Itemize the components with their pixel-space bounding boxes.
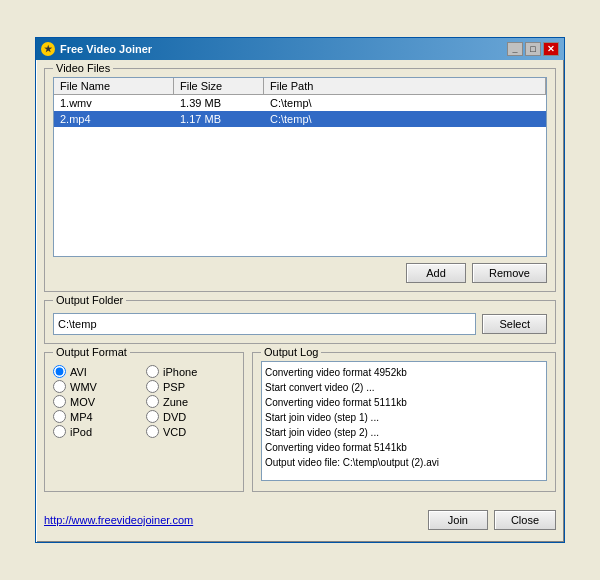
radio-mp4[interactable]: [53, 410, 66, 423]
radio-wmv[interactable]: [53, 380, 66, 393]
col-header-size: File Size: [174, 78, 264, 94]
radio-ipod[interactable]: [53, 425, 66, 438]
format-dvd[interactable]: DVD: [146, 410, 235, 423]
radio-psp[interactable]: [146, 380, 159, 393]
file-name-cell: 1.wmv: [54, 95, 174, 111]
title-buttons: _ □ ✕: [507, 42, 559, 56]
format-mp4[interactable]: MP4: [53, 410, 142, 423]
bottom-section: Output Format AVI iPhone WMV: [44, 352, 556, 500]
file-path-cell: C:\temp\: [264, 111, 546, 127]
close-button[interactable]: Close: [494, 510, 556, 530]
close-titlebar-button[interactable]: ✕: [543, 42, 559, 56]
radio-mov[interactable]: [53, 395, 66, 408]
table-row[interactable]: 2.mp4 1.17 MB C:\temp\: [54, 111, 546, 127]
format-ipod[interactable]: iPod: [53, 425, 142, 438]
format-avi[interactable]: AVI: [53, 365, 142, 378]
video-files-group: Video Files File Name File Size File Pat…: [44, 68, 556, 292]
title-bar-left: ★ Free Video Joiner: [41, 42, 152, 56]
add-button[interactable]: Add: [406, 263, 466, 283]
window-title: Free Video Joiner: [60, 43, 152, 55]
format-psp[interactable]: PSP: [146, 380, 235, 393]
col-header-name: File Name: [54, 78, 174, 94]
website-link[interactable]: http://www.freevideojoiner.com: [44, 514, 193, 526]
file-list-container: File Name File Size File Path 1.wmv 1.39…: [53, 77, 547, 257]
radio-zune[interactable]: [146, 395, 159, 408]
select-button[interactable]: Select: [482, 314, 547, 334]
radio-dvd[interactable]: [146, 410, 159, 423]
file-list-header: File Name File Size File Path: [54, 78, 546, 95]
app-icon: ★: [41, 42, 55, 56]
folder-path-input[interactable]: [53, 313, 476, 335]
file-buttons-row: Add Remove: [53, 263, 547, 283]
output-folder-label: Output Folder: [53, 294, 126, 306]
output-log-label: Output Log: [261, 346, 321, 358]
window-body: Video Files File Name File Size File Pat…: [36, 60, 564, 542]
main-window: ★ Free Video Joiner _ □ ✕ Video Files Fi…: [35, 37, 565, 543]
output-format-group: Output Format AVI iPhone WMV: [44, 352, 244, 492]
footer: http://www.freevideojoiner.com Join Clos…: [44, 508, 556, 534]
format-mov[interactable]: MOV: [53, 395, 142, 408]
title-bar: ★ Free Video Joiner _ □ ✕: [36, 38, 564, 60]
video-files-label: Video Files: [53, 62, 113, 74]
radio-iphone[interactable]: [146, 365, 159, 378]
footer-buttons: Join Close: [428, 510, 556, 530]
file-path-cell: C:\temp\: [264, 95, 546, 111]
minimize-button[interactable]: _: [507, 42, 523, 56]
join-button[interactable]: Join: [428, 510, 488, 530]
table-row[interactable]: 1.wmv 1.39 MB C:\temp\: [54, 95, 546, 111]
file-size-cell: 1.39 MB: [174, 95, 264, 111]
file-name-cell: 2.mp4: [54, 111, 174, 127]
output-log-group: Output Log Converting video format 4952k…: [252, 352, 556, 492]
file-size-cell: 1.17 MB: [174, 111, 264, 127]
radio-avi[interactable]: [53, 365, 66, 378]
format-vcd[interactable]: VCD: [146, 425, 235, 438]
log-textarea: Converting video format 4952kb Start con…: [261, 361, 547, 481]
output-folder-row: Select: [53, 313, 547, 335]
output-folder-group: Output Folder Select: [44, 300, 556, 344]
format-iphone[interactable]: iPhone: [146, 365, 235, 378]
remove-button[interactable]: Remove: [472, 263, 547, 283]
maximize-button[interactable]: □: [525, 42, 541, 56]
format-wmv[interactable]: WMV: [53, 380, 142, 393]
format-radio-grid: AVI iPhone WMV PSP: [53, 365, 235, 438]
col-header-path: File Path: [264, 78, 546, 94]
radio-vcd[interactable]: [146, 425, 159, 438]
file-list-rows: 1.wmv 1.39 MB C:\temp\ 2.mp4 1.17 MB C:\…: [54, 95, 546, 127]
output-format-label: Output Format: [53, 346, 130, 358]
format-zune[interactable]: Zune: [146, 395, 235, 408]
